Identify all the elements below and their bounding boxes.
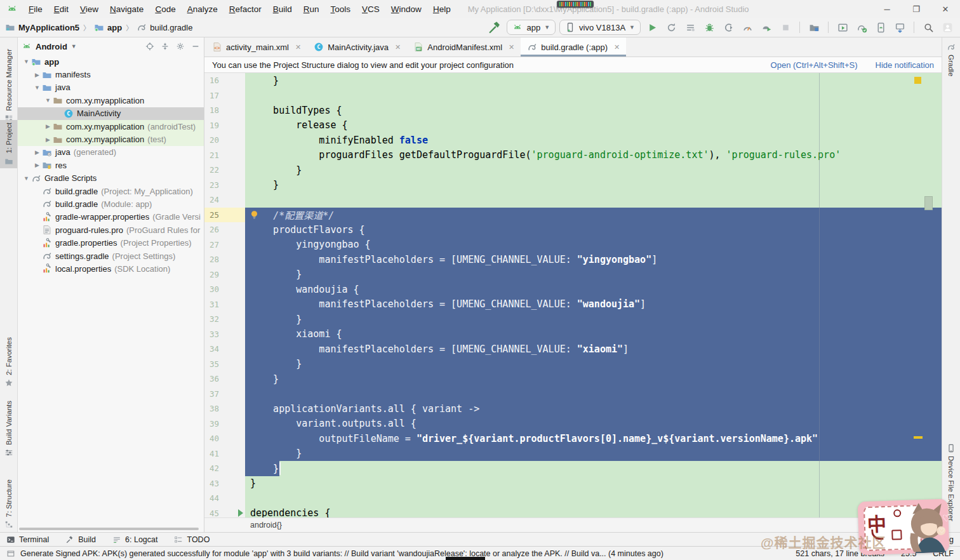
tree-item-gradle-properties[interactable]: gradle.properties(Project Properties) xyxy=(18,236,204,249)
menu-help[interactable]: Help xyxy=(427,4,457,14)
tree-item-proguard-rules-pro[interactable]: proguard-rules.pro(ProGuard Rules for xyxy=(18,223,204,236)
tree-item-com-xy-myapplication[interactable]: ▼com.xy.myapplication xyxy=(18,94,204,107)
gradle-sync-button[interactable] xyxy=(854,20,869,34)
debug-button[interactable] xyxy=(702,20,717,34)
code-line-22[interactable]: 22 } xyxy=(204,163,942,178)
code-line-34[interactable]: 34 manifestPlaceholders = [UMENG_CHANNEL… xyxy=(204,342,942,357)
tree-toggle-icon[interactable]: ▼ xyxy=(22,175,31,182)
toolwindow-button-6-logcat[interactable]: 6: Logcat xyxy=(112,535,157,544)
tree-item-app[interactable]: ▼app xyxy=(18,55,204,68)
code-line-42[interactable]: 42 } xyxy=(204,461,942,476)
code-line-39[interactable]: 39 variant.outputs.all { xyxy=(204,417,942,432)
tool-strip-1-project[interactable]: 1: Project xyxy=(0,120,17,168)
run-line-marker-icon[interactable] xyxy=(238,509,243,517)
gear-icon[interactable] xyxy=(176,42,185,51)
tool-strip-build-variants[interactable]: Build Variants xyxy=(0,398,17,460)
tree-toggle-icon[interactable]: ▶ xyxy=(43,123,53,130)
tree-toggle-icon[interactable]: ▶ xyxy=(43,137,53,143)
code-line-45[interactable]: 45dependencies { xyxy=(204,506,942,518)
menu-edit[interactable]: Edit xyxy=(48,4,74,14)
close-tab-icon[interactable]: ✕ xyxy=(614,43,620,51)
toolwindow-button-terminal[interactable]: Terminal xyxy=(6,535,49,544)
close-tab-icon[interactable]: ✕ xyxy=(509,43,514,51)
close-tab-icon[interactable]: ✕ xyxy=(295,43,301,51)
maximize-button[interactable]: ❐ xyxy=(902,0,931,18)
droid-run-button[interactable] xyxy=(759,20,774,34)
breadcrumb-myapplication5[interactable]: MyApplication5 xyxy=(5,22,79,32)
hide-notification-link[interactable]: Hide notification xyxy=(876,60,935,70)
tab-mainactivity-java[interactable]: CMainActivity.java✕ xyxy=(307,37,407,57)
breadcrumb-build.gradle[interactable]: build.gradle xyxy=(137,22,192,32)
status-message[interactable]: Generate Signed APK: APK(s) generated su… xyxy=(20,549,779,558)
menu-view[interactable]: View xyxy=(74,4,104,14)
editor-breadcrumb[interactable]: android{} xyxy=(204,517,942,532)
code-line-33[interactable]: 33 xiaomi { xyxy=(204,327,942,342)
code-line-21[interactable]: 21 proguardFiles getDefaultProguardFile(… xyxy=(204,148,942,163)
play-button[interactable] xyxy=(644,20,660,34)
code-line-17[interactable]: 17 xyxy=(204,88,942,103)
search-button[interactable] xyxy=(921,20,936,34)
minimize-button[interactable]: ─ xyxy=(872,0,902,18)
sdk-button[interactable] xyxy=(892,20,907,34)
sync-folder-button[interactable] xyxy=(806,20,822,34)
code-line-25[interactable]: 25 /*配置渠道*/ xyxy=(204,208,942,223)
code-editor[interactable]: 16 }1718 buildTypes {19 release {20 mini… xyxy=(204,73,942,517)
tab-androidmanifest-xml[interactable]: MFAndroidManifest.xml✕ xyxy=(407,37,521,57)
toolwindow-button-build[interactable]: Build xyxy=(65,535,96,544)
tree-toggle-icon[interactable]: ▶ xyxy=(32,72,42,78)
device-select[interactable]: vivo V1813A▼ xyxy=(559,20,641,35)
run-window-button[interactable] xyxy=(835,20,850,34)
crosshair-icon[interactable] xyxy=(145,42,154,51)
apply-button[interactable] xyxy=(683,20,698,34)
code-line-35[interactable]: 35 } xyxy=(204,357,942,372)
tree-toggle-icon[interactable]: ▶ xyxy=(32,149,42,156)
tool-strip-7-structure[interactable]: 7: Structure xyxy=(0,477,17,531)
stop-button[interactable] xyxy=(778,20,793,34)
code-line-38[interactable]: 38 applicationVariants.all { variant -> xyxy=(204,401,942,417)
tree-item-com-xy-myapplication[interactable]: ▶com.xy.myapplication(androidTest) xyxy=(18,120,204,133)
toolwindow-toggle-icon[interactable] xyxy=(6,549,15,558)
code-line-37[interactable]: 37 xyxy=(204,387,942,402)
tree-item-local-properties[interactable]: local.properties(SDK Location) xyxy=(18,262,204,275)
warning-stripe-mark[interactable] xyxy=(914,436,923,439)
minus-icon[interactable] xyxy=(191,42,200,51)
code-line-43[interactable]: 43} xyxy=(204,476,942,491)
code-line-19[interactable]: 19 release { xyxy=(204,118,942,133)
tree-toggle-icon[interactable]: ▶ xyxy=(32,162,42,168)
menu-window[interactable]: Window xyxy=(385,4,427,14)
tree-item-build-gradle[interactable]: build.gradle(Project: My_Application) xyxy=(18,185,204,197)
tree-item-java[interactable]: ▶java(generated) xyxy=(18,146,204,159)
tool-strip-resource-manager[interactable]: Resource Manager xyxy=(0,46,17,126)
tab-activity-main-xml[interactable]: <>activity_main.xml✕ xyxy=(206,37,307,57)
menu-refactor[interactable]: Refactor xyxy=(223,4,267,14)
run-configuration-select[interactable]: app▼ xyxy=(507,20,556,35)
tree-item-build-gradle[interactable]: build.gradle(Module: app) xyxy=(18,197,204,210)
code-line-23[interactable]: 23 } xyxy=(204,178,942,193)
menu-run[interactable]: Run xyxy=(298,4,325,14)
avd-button[interactable] xyxy=(873,20,888,34)
breadcrumb-app[interactable]: app xyxy=(94,22,122,32)
tree-item-gradle-scripts[interactable]: ▼Gradle Scripts xyxy=(18,172,204,185)
code-line-44[interactable]: 44 xyxy=(204,491,942,506)
tree-item-mainactivity[interactable]: CMainActivity xyxy=(18,107,204,120)
tree-item-res[interactable]: ▶res xyxy=(18,159,204,171)
menu-analyze[interactable]: Analyze xyxy=(182,4,223,14)
tree-item-manifests[interactable]: ▶manifests xyxy=(18,68,204,81)
restart-button[interactable] xyxy=(663,20,679,34)
close-tab-icon[interactable]: ✕ xyxy=(395,43,401,51)
menu-navigate[interactable]: Navigate xyxy=(104,4,149,14)
menu-code[interactable]: Code xyxy=(149,4,181,14)
menu-tools[interactable]: Tools xyxy=(325,4,357,14)
collapse-icon[interactable] xyxy=(161,42,170,51)
intention-bulb-icon[interactable] xyxy=(249,210,260,220)
code-line-27[interactable]: 27 yingyongbao { xyxy=(204,237,942,253)
tool-strip-gradle[interactable]: Gradle xyxy=(942,40,960,79)
code-line-30[interactable]: 30 wandoujia { xyxy=(204,282,942,297)
tree-item-com-xy-myapplication[interactable]: ▶com.xy.myapplication(test) xyxy=(18,133,204,145)
tree-toggle-icon[interactable]: ▼ xyxy=(43,97,53,103)
tree-scrollbar[interactable] xyxy=(19,528,199,530)
code-line-36[interactable]: 36 } xyxy=(204,371,942,387)
tree-item-settings-gradle[interactable]: settings.gradle(Project Settings) xyxy=(18,250,204,262)
attach-button[interactable] xyxy=(721,20,736,34)
tree-item-java[interactable]: ▼java xyxy=(18,81,204,94)
